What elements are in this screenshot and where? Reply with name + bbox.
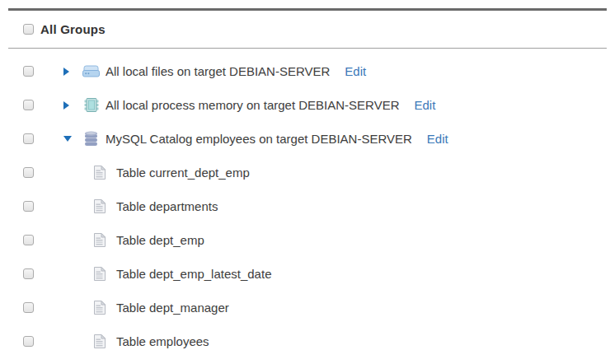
table-checkbox[interactable] (23, 167, 34, 178)
table-checkbox[interactable] (23, 201, 34, 212)
edit-link[interactable]: Edit (427, 132, 448, 146)
group-row: All local process memory on target DEBIA… (0, 88, 610, 122)
document-icon (93, 301, 106, 315)
edit-link[interactable]: Edit (415, 98, 436, 112)
table-label: Table dept_emp_latest_date (116, 267, 271, 281)
table-checkbox[interactable] (23, 268, 34, 279)
document-icon (93, 233, 106, 247)
table-icon-cell (93, 166, 106, 180)
table-row: Table current_dept_emp (0, 156, 610, 189)
table-checkbox[interactable] (23, 235, 34, 245)
table-label: Table employees (116, 334, 209, 348)
table-row: Table departments (0, 189, 610, 223)
document-icon (93, 166, 106, 180)
table-label: Table current_dept_emp (116, 166, 250, 180)
group-checkbox[interactable] (23, 133, 34, 144)
arrow-cell[interactable] (63, 68, 75, 76)
table-checkbox[interactable] (23, 302, 34, 313)
document-icon (93, 267, 106, 281)
group-label: MySQL Catalog employees on target DEBIAN… (106, 132, 412, 146)
table-label: Table dept_emp (116, 233, 204, 247)
table-label: Table dept_manager (116, 301, 229, 315)
table-row: Table employees (0, 324, 610, 358)
groups-page: All Groups All local files on target DEB… (0, 0, 610, 364)
document-icon (93, 199, 106, 213)
all-groups-checkbox[interactable] (23, 24, 34, 35)
group-label: All local process memory on target DEBIA… (106, 98, 400, 112)
expand-arrow-icon[interactable] (63, 101, 69, 110)
group-checkbox[interactable] (23, 100, 34, 110)
arrow-cell[interactable] (63, 136, 75, 142)
all-groups-label: All Groups (40, 22, 106, 36)
table-icon-cell (93, 199, 106, 213)
arrow-cell[interactable] (63, 101, 75, 110)
table-icon-cell (93, 233, 106, 247)
table-checkbox[interactable] (23, 336, 34, 347)
group-row: All local files on target DEBIAN-SERVER … (0, 54, 610, 88)
document-icon (93, 334, 106, 348)
table-row: Table dept_emp_latest_date (0, 257, 610, 291)
all-groups-header: All Groups (0, 11, 610, 48)
collapse-arrow-icon[interactable] (63, 136, 72, 142)
table-row: Table dept_manager (0, 291, 610, 324)
expand-arrow-icon[interactable] (63, 68, 69, 76)
group-label: All local files on target DEBIAN-SERVER (106, 64, 330, 78)
table-icon-cell (93, 301, 106, 315)
edit-link[interactable]: Edit (345, 64, 366, 78)
group-checkbox[interactable] (23, 66, 34, 77)
drive-icon (82, 65, 100, 77)
table-icon-cell (93, 267, 106, 281)
table-row: Table dept_emp (0, 223, 610, 257)
group-row: MySQL Catalog employees on target DEBIAN… (0, 122, 610, 156)
table-label: Table departments (116, 199, 218, 213)
chip-icon (82, 98, 100, 112)
groups-list: All local files on target DEBIAN-SERVER … (0, 49, 610, 358)
database-icon (82, 131, 100, 147)
table-icon-cell (93, 334, 106, 348)
